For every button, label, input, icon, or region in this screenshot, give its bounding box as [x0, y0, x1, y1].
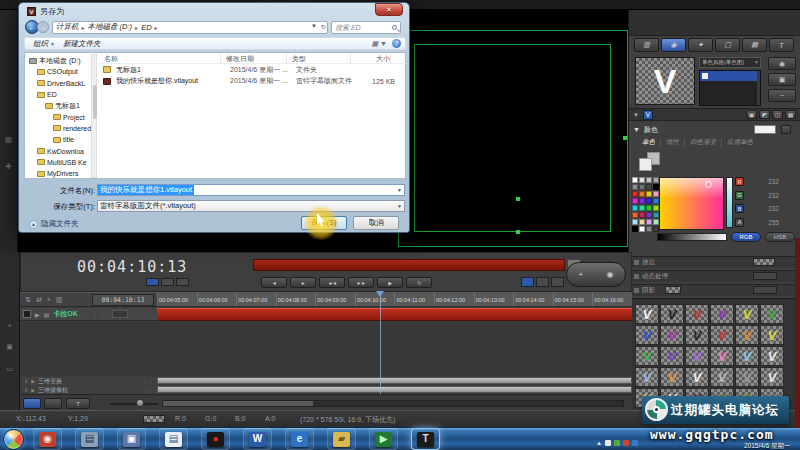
playback-progress-bar[interactable]: [253, 259, 565, 271]
filename-input[interactable]: 我的快乐就是想你1.vtlayout ▼: [97, 184, 405, 196]
timeline-tool-icon[interactable]: ⇄: [36, 296, 42, 304]
style-preset-cell[interactable]: V: [635, 325, 659, 345]
hide-folders-button[interactable]: ▲ 隐藏文件夹: [29, 219, 79, 229]
track-mini-box[interactable]: [112, 310, 128, 318]
luminance-bar[interactable]: [657, 233, 727, 241]
fill-mode-tab[interactable]: 四色渐变: [685, 138, 722, 147]
style-preset-cell[interactable]: V: [735, 346, 759, 366]
layer-icon-button[interactable]: ▣: [746, 110, 757, 119]
refresh-icon[interactable]: ↻: [321, 23, 326, 30]
track-menu-icon[interactable]: ⋮⋮: [92, 311, 106, 318]
toggle-button[interactable]: [551, 277, 564, 287]
color-picker-cursor[interactable]: [705, 181, 712, 188]
panel-tab[interactable]: ▤: [742, 38, 767, 52]
timeline-ruler[interactable]: 00:04:05:0000:04:06:0000:04:07:0000:04:0…: [157, 293, 632, 307]
channel-value[interactable]: 232: [768, 205, 779, 212]
panel-tab[interactable]: ▢: [715, 38, 740, 52]
palette-swatch[interactable]: [632, 184, 638, 190]
track-bar[interactable]: [157, 377, 632, 384]
style-preset-cell[interactable]: V: [760, 325, 784, 345]
toggle-button[interactable]: [161, 278, 174, 286]
track-checkbox[interactable]: [23, 310, 31, 318]
style-preset-cell[interactable]: V: [635, 304, 659, 324]
tree-item[interactable]: CSOutput: [25, 66, 91, 77]
style-list-scrollbar[interactable]: [757, 71, 760, 105]
jog-shuttle-control[interactable]: +◉: [566, 262, 626, 287]
track-header-3d-transform[interactable]: ⇕▶ 三维变换 ⋮⋮: [20, 377, 157, 385]
handle[interactable]: [516, 197, 520, 201]
chevron-down-icon[interactable]: ▼: [311, 23, 317, 30]
transport-button[interactable]: ↻: [406, 277, 432, 288]
layer-icon-button[interactable]: ▦: [785, 110, 796, 119]
zoom-slider-track[interactable]: [110, 403, 158, 405]
help-icon[interactable]: ?: [392, 39, 401, 48]
palette-swatch[interactable]: [632, 205, 638, 211]
style-preset-cell[interactable]: V: [735, 304, 759, 324]
track-expand-icon[interactable]: ▶: [35, 311, 40, 318]
strip-icon[interactable]: ▭: [6, 365, 13, 373]
subtitle-clip[interactable]: [157, 308, 632, 321]
breadcrumb-item[interactable]: ED: [141, 23, 160, 32]
palette-swatch[interactable]: [646, 226, 652, 232]
channel-value[interactable]: 232: [768, 178, 779, 185]
style-tool-button[interactable]: ◉: [768, 57, 796, 70]
handle[interactable]: [516, 230, 520, 234]
handle[interactable]: [623, 136, 627, 140]
taskbar-app-button[interactable]: ◉: [34, 429, 61, 449]
views-icon[interactable]: ▦ ▼: [372, 40, 388, 48]
collapse-icon[interactable]: ▼: [633, 112, 639, 118]
dialog-titlebar[interactable]: V 另存为: [27, 6, 64, 17]
palette-swatch[interactable]: [639, 205, 645, 211]
style-preset-cell[interactable]: V: [635, 346, 659, 366]
palette-swatch[interactable]: [646, 219, 652, 225]
palette-swatch[interactable]: [646, 205, 652, 211]
search-input[interactable]: 搜索 ED: [331, 21, 401, 34]
style-preset-cell[interactable]: V: [685, 325, 709, 345]
taskbar-app-button[interactable]: ▰: [328, 429, 355, 449]
breadcrumb[interactable]: 计算机本地磁盘 (D:)ED: [52, 21, 328, 34]
style-tool-button[interactable]: −: [768, 89, 796, 102]
timeline-tool-icon[interactable]: +: [47, 296, 51, 303]
channel-value[interactable]: 255: [768, 219, 779, 226]
palette-swatch[interactable]: [639, 212, 645, 218]
taskbar-app-button[interactable]: ▤: [76, 429, 103, 449]
style-preset-cell[interactable]: V: [685, 304, 709, 324]
taskbar-app-button[interactable]: ▤: [160, 429, 187, 449]
style-preset-cell[interactable]: V: [735, 367, 759, 387]
palette-swatch[interactable]: [646, 212, 652, 218]
taskbar-app-button[interactable]: e: [286, 429, 313, 449]
palette-swatch[interactable]: [632, 219, 638, 225]
file-row[interactable]: 我的快乐就是想你.vtlayout 2015/4/6 星期一 ... 雷特字幕版…: [99, 76, 406, 88]
panel-tab[interactable]: ✦: [688, 38, 713, 52]
playhead-marker[interactable]: [376, 291, 384, 297]
tool-button[interactable]: [44, 398, 62, 409]
style-preset-cell[interactable]: V: [710, 325, 734, 345]
fill-mode-tab[interactable]: 单色: [637, 138, 661, 147]
toolbar-icon[interactable]: ✚: [5, 162, 12, 171]
palette-swatch[interactable]: [632, 198, 638, 204]
transport-button[interactable]: ▶: [377, 277, 403, 288]
layer-icon-button[interactable]: ◫: [772, 110, 783, 119]
layer-icon-button[interactable]: ◩: [759, 110, 770, 119]
taskbar-app-button[interactable]: T: [412, 429, 439, 449]
tree-item[interactable]: KwDownloa: [25, 145, 91, 156]
toggle-button[interactable]: [176, 278, 189, 286]
clock-date[interactable]: 2015/4/6 星期一: [744, 442, 798, 450]
dynamic-value-box[interactable]: [753, 272, 777, 280]
savetype-select[interactable]: 雷特字幕版面文件(*.vtlayout) ▼: [97, 200, 405, 212]
breadcrumb-item[interactable]: 本地磁盘 (D:): [88, 22, 142, 32]
taskbar-app-button[interactable]: ▶: [370, 429, 397, 449]
new-folder-button[interactable]: 新建文件夹: [63, 39, 101, 49]
style-list[interactable]: [699, 70, 761, 106]
hsb-mode-button[interactable]: HSB: [765, 232, 795, 242]
taskbar-app-button[interactable]: ▣: [118, 429, 145, 449]
style-preset-cell[interactable]: V: [660, 346, 684, 366]
fill-mode-tab[interactable]: 应用单色: [722, 138, 758, 147]
tree-item[interactable]: rendered: [25, 123, 91, 134]
forward-button[interactable]: →: [37, 21, 49, 33]
column-name[interactable]: 名称: [99, 53, 221, 63]
palette-swatch[interactable]: [646, 191, 652, 197]
current-color-swatch[interactable]: [754, 125, 776, 134]
strip-icon[interactable]: ▣: [6, 343, 13, 351]
style-tool-button[interactable]: ▣: [768, 73, 796, 86]
